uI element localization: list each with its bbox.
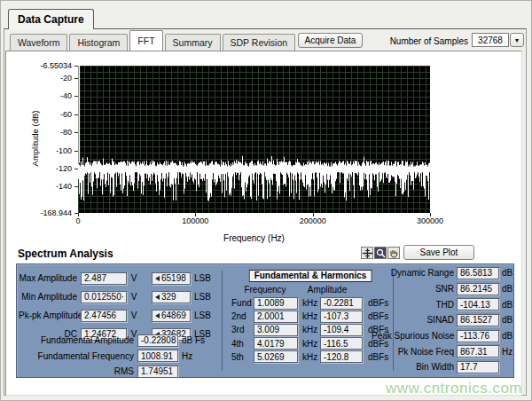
row-min-amplitude: Min Amplitude0.012550·V329LSB [19,287,211,306]
save-plot-button[interactable]: Save Plot [403,245,474,260]
tab-fft[interactable]: FFT [129,30,162,51]
y-tick-label: -20 [12,74,72,83]
fundamental-rows: Fundamental Amplitude-0.22808dB FsFundam… [19,333,205,380]
truncated-left-icon [155,295,160,300]
fundamental-frequency-label: Fundamental Frequency [19,351,137,361]
unit-label: dB [499,315,519,325]
pk-noise-freq-value: 867.31 [457,345,499,358]
max-amplitude-lsb-value: 65198 [152,272,191,285]
unit-label: Hz [178,351,192,361]
4th-label: 4th [231,339,254,349]
unit-label: V [127,292,139,302]
fundamental-amplitude-label: Fundamental Amplitude [19,335,137,345]
fund-frequency: 1.0089 [254,297,298,310]
2nd-label: 2nd [231,311,254,321]
y-tick-label: -40 [12,91,72,100]
lsb-unit-label: LSB [191,292,211,302]
row-peak-spurious-noise: Peak Spurious Noise-113.76dB [372,328,513,344]
row-dynamic-range: Dynamic Range86.5813dB [372,265,513,281]
unit-label: dB [499,268,519,278]
peak-spurious-noise-label: Peak Spurious Noise [372,331,457,341]
row-pk-pk-amplitude: Pk-pk Amplitude2.47456V64869LSB [19,306,211,325]
4th-frequency: 4.0179 [254,337,298,350]
fundamental-amplitude-value: -0.22808 [137,334,178,347]
3rd-amplitude: -109.4 [320,324,363,336]
y-tick-label: -60 [12,110,72,119]
harmonic-row-fund: Fund1.0089kHz-0.2281dBFs [231,296,388,310]
truncated-left-icon [155,276,160,281]
unit-label: dB [499,300,519,310]
lsb-number: 64869 [161,311,186,320]
number-of-samples-value[interactable]: 32768 [472,33,509,47]
zoom-icon[interactable] [374,247,387,259]
peak-spurious-noise-value: -113.76 [457,330,499,342]
unit-label: dB [499,331,519,341]
y-tick-mark [74,186,78,187]
sinad-label: SINAD [372,315,457,325]
row-bin-width: Bin Width17.7 [372,359,513,375]
dynamic-range-label: Dynamic Range [372,268,457,278]
bin-width-label: Bin Width [372,362,457,372]
pk-pk-amplitude-label: Pk-pk Amplitude [19,311,81,320]
tab-sdp-revision[interactable]: SDP Revision [223,34,296,51]
khz-unit-label: kHz [298,298,320,308]
4th-amplitude: -116.5 [320,337,363,350]
x-tick-mark [78,213,79,216]
min-amplitude-lsb-value: 329 [152,291,191,303]
fundamental-harmonics-group: Fundamental & Harmonics Frequency Amplit… [230,268,391,375]
tab-summary[interactable]: Summary [165,34,221,51]
row-pk-noise-freq: Pk Noise Freq867.31Hz [372,343,513,359]
unit-label: dB Fs [178,335,205,345]
2nd-amplitude: -107.3 [320,311,363,323]
tab-waveform[interactable]: Waveform [10,34,67,51]
subtabs: WaveformHistogramFFTSummarySDP Revision [10,30,297,51]
rms-value: 1.74951 [137,366,178,378]
tab-data-capture[interactable]: Data Capture [8,9,94,29]
harmonic-row-3rd: 3rd3.009kHz-109.4dBFs [231,323,388,336]
graph-tool-palette [361,247,401,259]
row-thd: THD-104.13dB [372,296,513,312]
acquire-data-button[interactable]: Acquire Data [298,33,363,48]
lsb-unit-label: LSB [191,311,211,320]
y-tick-mark [74,96,78,97]
5th-label: 5th [231,352,254,362]
x-tick-label: 200000 [286,216,340,225]
x-axis-label: Frequency (Hz) [78,233,430,243]
harmonics-rows: Fund1.0089kHz-0.2281dBFs2nd2.0001kHz-107… [231,296,388,364]
x-tick-label: 0 [51,216,105,225]
min-amplitude-label: Min Amplitude [19,292,81,302]
harmonics-title: Fundamental & Harmonics [249,270,372,282]
row-snr: SNR86.2145dB [372,281,513,297]
pk-pk-amplitude-lsb-value: 64869 [152,310,191,322]
samples-dropdown-arrow-icon[interactable]: ▼ [510,33,524,47]
row-rms: RMS1.74951 [19,364,205,380]
snr-label: SNR [372,284,457,294]
y-tick-mark [74,114,78,115]
max-amplitude-value: 2.487 [81,272,127,285]
max-amplitude-label: Max Amplitude [19,273,81,283]
y-axis-label: Amplitude (dB) [30,85,41,192]
harmonic-row-2nd: 2nd2.0001kHz-107.3dBFs [231,310,388,323]
amplitude-column-header: Amplitude [302,285,352,295]
tab-histogram[interactable]: Histogram [69,34,128,51]
fft-plot[interactable] [78,66,430,213]
khz-unit-label: kHz [298,339,320,349]
dynamic-range-value: 86.5813 [457,267,499,279]
row-fundamental-amplitude: Fundamental Amplitude-0.22808dB Fs [19,333,205,349]
x-tick-mark [313,213,314,216]
khz-unit-label: kHz [298,352,320,362]
unit-label: V [127,311,139,320]
watermark: www.cntronics.com [386,380,522,397]
pan-hand-icon[interactable] [387,247,400,259]
spectrum-analysis-panel: Max Amplitude2.487V65198LSBMin Amplitude… [16,263,514,378]
y-tick-mark [74,66,78,67]
pk-noise-freq-label: Pk Noise Freq [372,347,457,357]
fund-label: Fund [231,298,254,308]
thd-label: THD [372,300,457,310]
snr-value: 86.2145 [457,283,499,295]
crosshair-icon[interactable] [361,247,373,259]
rms-label: RMS [19,366,137,376]
harmonic-row-4th: 4th4.0179kHz-116.5dBFs [231,337,388,350]
3rd-label: 3rd [231,325,254,334]
number-of-samples-label: Number of Samples [380,36,468,46]
